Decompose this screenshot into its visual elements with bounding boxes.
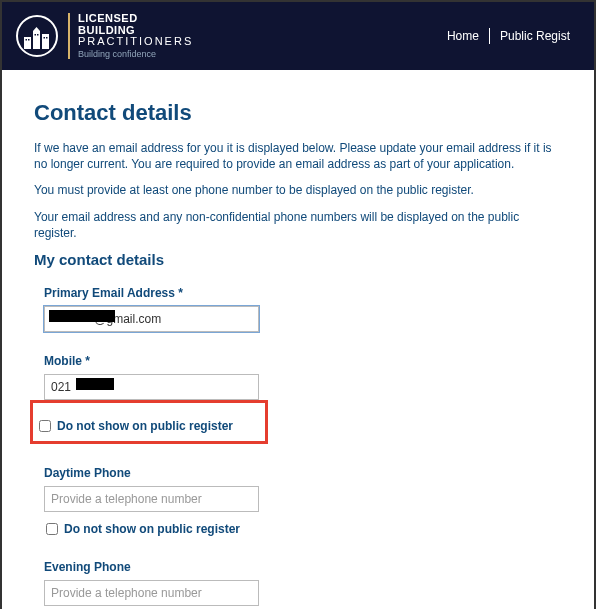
- daytime-input[interactable]: [44, 486, 259, 512]
- svg-rect-3: [42, 34, 49, 49]
- redaction-mask: [76, 378, 114, 390]
- email-label: Primary Email Address *: [44, 286, 562, 300]
- nav-home[interactable]: Home: [437, 29, 489, 43]
- svg-rect-5: [28, 39, 30, 41]
- app-header: LICENSED BUILDING PRACTITIONERS Building…: [2, 2, 594, 70]
- brand-line3: PRACTITIONERS: [78, 36, 193, 48]
- brand-logo: LICENSED BUILDING PRACTITIONERS Building…: [16, 13, 193, 59]
- section-title: My contact details: [34, 251, 562, 268]
- daytime-block: Daytime Phone Do not show on public regi…: [44, 466, 562, 538]
- evening-block: Evening Phone Do not show on public regi…: [44, 560, 562, 609]
- brand-tagline: Building confidence: [78, 50, 193, 59]
- svg-rect-4: [26, 39, 28, 41]
- intro-paragraph-2: You must provide at least one phone numb…: [34, 182, 562, 198]
- daytime-hide-checkbox[interactable]: [46, 523, 58, 535]
- svg-rect-8: [44, 37, 46, 39]
- svg-marker-2: [33, 27, 40, 31]
- svg-rect-9: [46, 37, 48, 39]
- evening-input[interactable]: [44, 580, 259, 606]
- mobile-hide-checkbox[interactable]: [39, 420, 51, 432]
- intro-paragraph-3: Your email address and any non-confident…: [34, 209, 562, 241]
- nav-public-register[interactable]: Public Regist: [490, 29, 580, 43]
- main-nav: Home Public Regist: [437, 28, 580, 44]
- intro-text: If we have an email address for you it i…: [34, 140, 562, 241]
- redaction-mask: [49, 310, 115, 322]
- email-block: Primary Email Address *: [44, 286, 562, 332]
- mobile-block: Mobile * Do not show on public register: [44, 354, 562, 444]
- brand-line1: LICENSED: [78, 13, 193, 25]
- svg-rect-0: [24, 37, 31, 49]
- daytime-label: Daytime Phone: [44, 466, 562, 480]
- evening-label: Evening Phone: [44, 560, 562, 574]
- page-content: Contact details If we have an email addr…: [2, 70, 594, 609]
- brand-logo-icon: [16, 15, 58, 57]
- page-title: Contact details: [34, 100, 562, 126]
- mobile-label: Mobile *: [44, 354, 562, 368]
- svg-rect-6: [35, 34, 37, 36]
- svg-rect-7: [37, 34, 39, 36]
- daytime-hide-label: Do not show on public register: [64, 522, 240, 536]
- mobile-hide-label: Do not show on public register: [57, 419, 233, 433]
- intro-paragraph-1: If we have an email address for you it i…: [34, 140, 562, 172]
- svg-rect-1: [33, 31, 40, 49]
